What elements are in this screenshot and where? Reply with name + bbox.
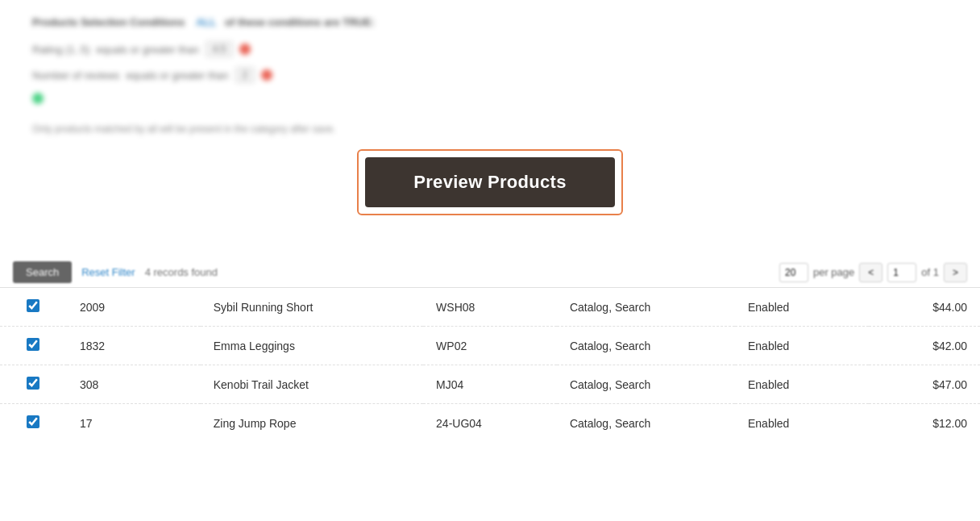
row-checkbox-0[interactable]: [27, 299, 39, 312]
table-row: 17 Zing Jump Rope 24-UG04 Catalog, Searc…: [0, 404, 980, 443]
data-table-wrapper: 2009 Sybil Running Short WSH08 Catalog, …: [0, 287, 980, 521]
row-sku-1: WP02: [423, 327, 557, 365]
row-price-1: $42.00: [869, 327, 980, 365]
condition-row-2: Number of reviews equals or greater than…: [32, 67, 948, 83]
row-sku-3: 24-UG04: [423, 404, 557, 443]
preview-products-button[interactable]: Preview Products: [365, 157, 614, 207]
page-wrapper: Products Selection Conditions ALL of the…: [0, 0, 980, 521]
row-visibility-1: Catalog, Search: [557, 327, 735, 365]
row-id-0: 2009: [67, 288, 201, 327]
conditions-label: Products Selection Conditions ALL of the…: [32, 16, 948, 28]
per-page-label: per page: [813, 266, 854, 278]
row-checkbox-cell-2: [0, 365, 67, 404]
row-visibility-3: Catalog, Search: [557, 404, 735, 443]
table-row: 2009 Sybil Running Short WSH08 Catalog, …: [0, 288, 980, 327]
next-page-button[interactable]: >: [944, 263, 967, 282]
row-name-1: Emma Leggings: [201, 327, 423, 365]
row-id-1: 1832: [67, 327, 201, 365]
reset-filter-button[interactable]: Reset Filter: [81, 266, 135, 278]
condition-row-1: Rating (1..5) equals or greater than 4.5: [32, 41, 948, 57]
row-sku-2: MJ04: [423, 365, 557, 404]
row-status-3: Enabled: [735, 404, 869, 443]
table-row: 308 Kenobi Trail Jacket MJ04 Catalog, Se…: [0, 365, 980, 404]
row-name-0: Sybil Running Short: [201, 288, 423, 327]
preview-area: Preview Products: [0, 149, 980, 215]
row-id-3: 17: [67, 404, 201, 443]
remove-icon-1: [239, 44, 251, 55]
row-name-2: Kenobi Trail Jacket: [201, 365, 423, 404]
prev-page-button[interactable]: <: [859, 263, 882, 282]
row-status-0: Enabled: [735, 288, 869, 327]
search-button[interactable]: Search: [13, 261, 72, 283]
row-checkbox-1[interactable]: [27, 338, 39, 351]
per-page-controls: per page < of 1 >: [779, 263, 967, 282]
table-toolbar: Search Reset Filter 4 records found per …: [0, 255, 980, 290]
row-sku-0: WSH08: [423, 288, 557, 327]
row-price-3: $12.00: [869, 404, 980, 443]
row-status-1: Enabled: [735, 327, 869, 365]
row-visibility-2: Catalog, Search: [557, 365, 735, 404]
page-of-label: of 1: [921, 266, 939, 278]
row-checkbox-cell-1: [0, 327, 67, 365]
add-icon: [32, 93, 44, 104]
row-price-0: $44.00: [869, 288, 980, 327]
products-table: 2009 Sybil Running Short WSH08 Catalog, …: [0, 288, 980, 442]
row-id-2: 308: [67, 365, 201, 404]
notice-text: Only products matched by all will be pre…: [32, 123, 948, 135]
row-name-3: Zing Jump Rope: [201, 404, 423, 443]
row-checkbox-cell-0: [0, 288, 67, 327]
row-checkbox-2[interactable]: [27, 377, 39, 390]
records-found: 4 records found: [145, 266, 770, 278]
row-checkbox-3[interactable]: [27, 415, 39, 428]
row-checkbox-cell-3: [0, 404, 67, 443]
remove-icon-2: [261, 69, 272, 81]
row-status-2: Enabled: [735, 365, 869, 404]
preview-container: Preview Products: [357, 149, 622, 215]
table-row: 1832 Emma Leggings WP02 Catalog, Search …: [0, 327, 980, 365]
page-number-input[interactable]: [887, 263, 916, 282]
per-page-input[interactable]: [779, 263, 808, 282]
row-visibility-0: Catalog, Search: [557, 288, 735, 327]
row-price-2: $47.00: [869, 365, 980, 404]
